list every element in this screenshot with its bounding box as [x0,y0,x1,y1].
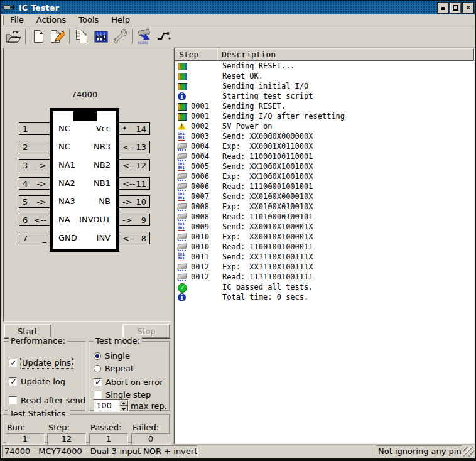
pin-direction: -> [36,179,46,188]
pass-icon [177,283,187,292]
pin-number: 1 [23,124,28,134]
statistics-legend: Test Statistics: [8,409,70,418]
minimize-icon [441,7,445,10]
log-row[interactable]: Reset OK. [175,71,474,81]
info-icon [177,92,187,101]
pin-3[interactable]: 3-> [19,159,50,171]
label-update-pins: Update pins [21,357,72,368]
title-bar[interactable]: IC Tester ✕ [1,1,475,14]
log-row[interactable]: 00025V Power on [175,121,474,131]
log-step: 0011 [191,252,220,261]
radio-single[interactable] [94,352,101,360]
pin-2[interactable]: 2 [19,141,50,153]
menu-actions[interactable]: Actions [30,14,73,26]
probe-button[interactable] [154,27,173,46]
pin-4[interactable]: 4-> [19,177,50,190]
pin-13[interactable]: <--13 [119,141,150,153]
radio-repeat[interactable] [94,365,101,372]
log-row[interactable]: Total time: 0 secs. [175,292,474,302]
checkbox-update-log[interactable] [9,377,17,386]
checkbox-single-step[interactable] [94,391,102,399]
log-row[interactable]: 0010Exp: XX0010X100001X [175,232,474,242]
label-update-log: Update log [21,377,65,386]
close-button[interactable]: ✕ [463,3,473,13]
log-row[interactable]: 0005Send: XX1000X100100X [175,161,474,171]
wrench-button[interactable] [111,27,129,46]
pin-direction: -> [122,197,133,207]
checkbox-read-after-send[interactable] [9,396,17,404]
pin-7[interactable]: 7_ [19,232,50,244]
log-row[interactable]: 0006Read: 11100001001001 [175,182,474,192]
option-single: Single [94,350,130,361]
log-list[interactable]: Sending RESET...Reset OK.Sending initial… [175,61,474,443]
log-description: Total time: 0 secs. [222,293,308,301]
toolbar: 1 2 3011001 [1,26,475,46]
log-row[interactable]: Starting test script [175,91,474,101]
log-step: 0004 [191,142,220,151]
log-row[interactable]: 0009Send: XX0010X100001X [175,222,474,232]
edit-button[interactable] [48,27,67,46]
log-row[interactable]: 0004Exp: XX0001X011000X [175,141,474,151]
log-row[interactable]: 0003Send: XX0000X000000X [175,131,474,141]
max-rep-spinner[interactable]: 100 [94,399,129,412]
log-row[interactable]: 0008Read: 11010000100101 [175,212,474,222]
svg-text:011001: 011001 [138,41,148,45]
log-row[interactable]: 0001Sending I/O after resetting [175,111,474,121]
log-row[interactable]: 0010Read: 11001001000011 [175,242,474,252]
pin-direction: <-- [122,143,135,152]
log-row[interactable]: 0007Send: XX0100X000010X [175,192,474,202]
status-chip-info: 74000 - MCY74000 - Dual 3-input NOR + in… [2,445,198,457]
log-row[interactable]: IC passed all tests. [175,282,474,292]
option-read-after-send: Read after send [9,395,85,406]
menu-tools[interactable]: Tools [72,14,105,26]
copy-button[interactable] [73,27,92,46]
checkbox-update-pins[interactable] [9,359,17,367]
pin-6[interactable]: 6<-- [19,214,50,226]
menu-help[interactable]: Help [105,14,136,26]
log-row[interactable]: 0004Read: 11000100110001 [175,151,474,161]
column-header-step[interactable]: Step [175,48,217,61]
log-step: 0003 [191,132,220,141]
log-row[interactable]: 0012Read: 11111001001111 [175,272,474,282]
log-description: Read: 11010000100101 [222,212,313,221]
pin-10[interactable]: ->10 [119,195,150,208]
log-row[interactable]: 0012Exp: XX1110X100111X [175,262,474,272]
new-button[interactable] [29,27,48,46]
pin-8[interactable]: <--8 [119,232,150,244]
log-row[interactable]: Sending initial I/O [175,81,474,91]
pin-14[interactable]: *14 [119,122,150,135]
log-row[interactable]: 0011Send: XX1110X100111X [175,252,474,262]
log-row[interactable]: 0008Exp: XX0100X010010X [175,202,474,212]
max-rep-label: max rep. [131,401,167,411]
pin-number: 13 [136,143,146,152]
checkbox-abort-on-error[interactable] [94,378,102,386]
open-button[interactable] [4,27,23,46]
log-panel: Step Description Sending RESET...Reset O… [174,48,475,444]
pin-11[interactable]: <--11 [119,177,150,190]
max-rep-row: 100 max rep. [94,399,167,412]
log-row[interactable]: 0006Exp: XX1000X100100X [175,171,474,182]
spin-down-button[interactable] [119,406,128,411]
spin-up-button[interactable] [119,400,128,406]
minimize-button[interactable] [438,3,448,13]
pin-9[interactable]: ->9 [119,214,150,226]
log-step: 0008 [191,212,220,221]
dip-switches-button[interactable]: 1 2 3 [92,27,111,46]
resize-grip[interactable] [463,447,474,457]
pin-1[interactable]: 1 [19,122,50,135]
log-row[interactable]: 0001Sending RESET. [175,101,474,111]
maximize-button[interactable] [450,3,461,13]
test-ic-button[interactable]: 011001 [136,27,154,46]
log-step: 0012 [191,273,220,281]
log-step: 0006 [191,182,220,191]
toolbar-separator [25,29,26,44]
stat-failed-: Failed:0 [131,423,170,445]
pin-5[interactable]: 5-> [19,195,50,208]
max-rep-value[interactable]: 100 [94,400,119,411]
copy-icon [74,29,90,44]
log-row[interactable]: Sending RESET... [175,61,474,71]
pin-12[interactable]: <--12 [119,159,150,171]
chip-read-icon [177,273,187,282]
menu-file[interactable]: File [4,14,30,26]
column-header-description[interactable]: Description [217,48,474,61]
